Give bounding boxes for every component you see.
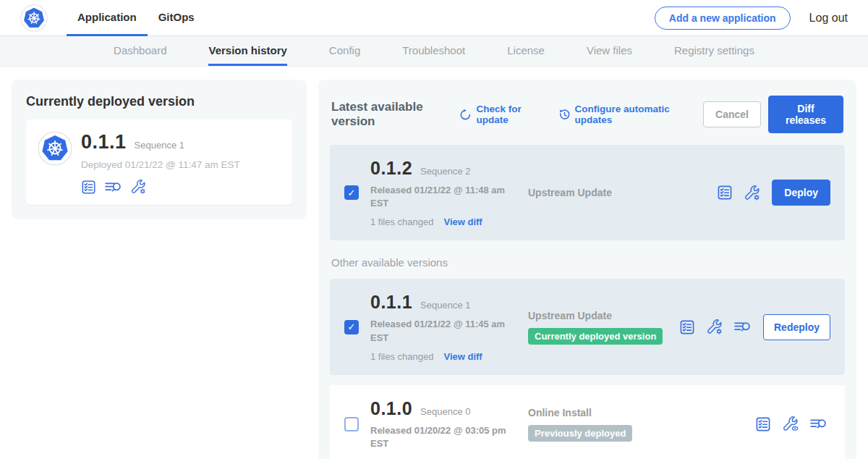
subnav-tab-version-history[interactable]: Version history	[208, 36, 286, 66]
latest-available-title: Latest available version	[331, 100, 448, 129]
cancel-button[interactable]: Cancel	[703, 101, 761, 127]
version-history-page: Currently deployed version 0.1.1 Sequenc…	[0, 67, 868, 459]
currently-deployed-title: Currently deployed version	[26, 94, 292, 109]
subnav-tab-view-files[interactable]: View files	[587, 36, 632, 66]
app-tabs: Application GitOps	[67, 0, 205, 36]
schedule-icon	[558, 109, 571, 121]
refresh-icon	[459, 109, 472, 121]
version-info: 0.1.2 Sequence 2 Released 01/21/22 @ 11:…	[370, 158, 528, 227]
files-changed-label: 1 files changed	[370, 216, 433, 227]
version-info: 0.1.0 Sequence 0 Released 01/20/22 @ 03:…	[370, 398, 528, 450]
top-nav-right: Add a new application Log out	[655, 7, 848, 30]
top-nav: Application GitOps Add a new application…	[0, 0, 868, 36]
version-info: 0.1.1 Sequence 1 Released 01/21/22 @ 11:…	[370, 292, 528, 361]
subnav-tab-config[interactable]: Config	[329, 36, 360, 66]
preflight-checklist-icon[interactable]	[679, 319, 695, 335]
check-for-update-link[interactable]: Check for update	[459, 104, 540, 125]
version-checkbox[interactable]: ✓	[344, 185, 359, 200]
source-label: Upstream Update	[528, 310, 672, 321]
version-card-0-1-0: 0.1.0 Sequence 0 Released 01/20/22 @ 03:…	[330, 385, 845, 459]
subnav-tab-license[interactable]: License	[507, 36, 545, 66]
view-config-icon[interactable]	[782, 416, 799, 432]
deployed-version-info: 0.1.1 Sequence 1 Deployed 01/21/22 @ 11:…	[81, 131, 240, 195]
version-card-0-1-1: ✓ 0.1.1 Sequence 1 Released 01/21/22 @ 1…	[330, 279, 845, 374]
previously-deployed-badge: Previously deployed	[528, 425, 632, 442]
edit-config-icon[interactable]	[744, 185, 760, 201]
subnav-tab-registry-settings[interactable]: Registry settings	[674, 36, 754, 66]
view-diff-link[interactable]: View diff	[443, 216, 482, 227]
released-timestamp: Released 01/21/22 @ 11:48 am EST	[370, 184, 511, 210]
deploy-button[interactable]: Deploy	[772, 180, 830, 206]
diff-releases-button[interactable]: Diff releases	[768, 96, 843, 133]
subnav-tab-troubleshoot[interactable]: Troubleshoot	[402, 36, 465, 66]
released-timestamp: Released 01/21/22 @ 11:45 am EST	[370, 318, 511, 344]
configure-automatic-updates-link[interactable]: Configure automatic updates	[558, 104, 686, 125]
released-timestamp: Released 01/20/22 @ 03:05 pm EST	[370, 424, 511, 450]
currently-deployed-panel: Currently deployed version 0.1.1 Sequenc…	[12, 80, 307, 219]
kubernetes-app-icon	[38, 131, 72, 166]
deploy-logs-icon[interactable]	[104, 180, 122, 195]
currently-deployed-badge: Currently deployed version	[528, 328, 663, 345]
sequence-label: Sequence 2	[420, 166, 470, 177]
version-checkbox[interactable]	[344, 417, 359, 431]
available-versions-panel: Latest available version Check for updat…	[318, 80, 856, 459]
deployed-timestamp: Deployed 01/21/22 @ 11:47 am EST	[81, 159, 240, 170]
app-section-nav: Dashboard Version history Config Trouble…	[0, 36, 868, 67]
logout-link[interactable]: Log out	[809, 12, 848, 25]
edit-config-icon[interactable]	[130, 179, 146, 195]
deployed-sequence-label: Sequence 1	[135, 140, 184, 151]
version-source: Upstream Update	[528, 187, 717, 198]
files-changed-label: 1 files changed	[370, 351, 433, 362]
redeploy-button[interactable]: Redeploy	[763, 314, 830, 340]
version-card-0-1-2: ✓ 0.1.2 Sequence 2 Released 01/21/22 @ 1…	[330, 145, 845, 240]
preflight-checklist-icon[interactable]	[755, 416, 771, 432]
available-versions-header: Latest available version Check for updat…	[331, 96, 843, 133]
deploy-logs-icon[interactable]	[733, 319, 752, 334]
tab-application[interactable]: Application	[67, 0, 148, 36]
tab-gitops[interactable]: GitOps	[148, 0, 205, 36]
deployed-version-card: 0.1.1 Sequence 1 Deployed 01/21/22 @ 11:…	[26, 119, 292, 205]
other-available-versions-label: Other available versions	[331, 256, 843, 269]
source-label: Online Install	[528, 407, 748, 418]
preflight-checklist-icon[interactable]	[81, 180, 96, 195]
version-number: 0.1.1	[370, 292, 412, 313]
source-label: Upstream Update	[528, 187, 710, 198]
kubernetes-logo-icon	[20, 4, 48, 32]
add-application-button[interactable]: Add a new application	[655, 7, 791, 30]
sequence-label: Sequence 1	[420, 300, 470, 311]
version-source: Upstream Update Currently deployed versi…	[528, 310, 679, 345]
view-diff-link[interactable]: View diff	[443, 351, 482, 362]
version-actions-icons	[679, 319, 752, 335]
preflight-checklist-icon[interactable]	[717, 185, 733, 201]
version-actions-icons	[755, 416, 827, 432]
version-number: 0.1.2	[370, 158, 412, 179]
version-checkbox[interactable]: ✓	[344, 320, 359, 334]
version-number: 0.1.0	[370, 398, 412, 419]
version-source: Online Install Previously deployed	[528, 407, 755, 442]
sequence-label: Sequence 0	[420, 406, 470, 417]
version-actions-icons	[717, 185, 760, 201]
subnav-tab-dashboard[interactable]: Dashboard	[114, 36, 166, 66]
deployed-version-number: 0.1.1	[81, 131, 127, 153]
edit-config-icon[interactable]	[706, 319, 723, 335]
deploy-logs-icon[interactable]	[809, 416, 827, 431]
